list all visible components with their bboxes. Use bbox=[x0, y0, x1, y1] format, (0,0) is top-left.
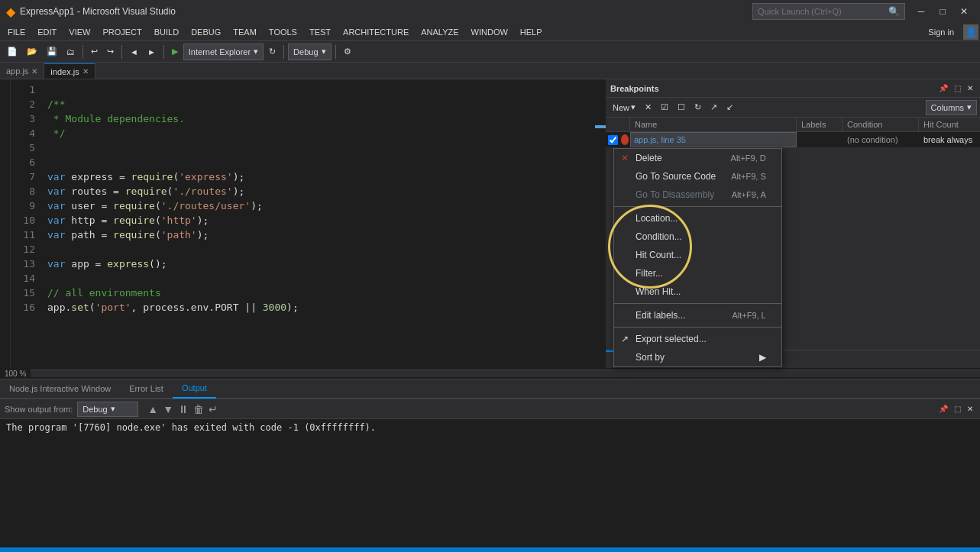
nav-forward-btn[interactable]: ► bbox=[144, 44, 160, 60]
code-content[interactable]: /** * Module dependencies. */ var expres… bbox=[41, 79, 595, 368]
bp-refresh-btn[interactable]: ↻ bbox=[691, 100, 705, 115]
open-btn[interactable]: 📂 bbox=[23, 44, 41, 60]
bp-row-checkbox[interactable] bbox=[606, 135, 619, 145]
menu-tools[interactable]: TOOLS bbox=[263, 23, 303, 41]
bp-col-name-header: Name bbox=[630, 118, 797, 131]
menu-analyze[interactable]: ANALYZE bbox=[415, 23, 464, 41]
cm-delete[interactable]: ✕ Delete Alt+F9, D bbox=[614, 149, 781, 167]
start-debug-btn[interactable]: ▶ bbox=[168, 44, 182, 60]
output-source-dropdown[interactable]: Debug ▾ bbox=[77, 402, 138, 417]
output-float-btn[interactable]: ⬚ bbox=[952, 404, 963, 414]
cm-editlabels[interactable]: Edit labels... Alt+F9, L bbox=[614, 306, 781, 324]
bottom-tab-output[interactable]: Output bbox=[173, 379, 216, 399]
bottom-tab-bar: Node.js Interactive Window Error List Ou… bbox=[0, 379, 980, 399]
output-text: The program '[7760] node.exe' has exited… bbox=[6, 422, 376, 433]
redo-btn[interactable]: ↪ bbox=[103, 44, 118, 60]
bp-col-condition-header: Condition bbox=[843, 118, 919, 131]
vs-icon: ◆ bbox=[6, 5, 15, 19]
output-down-btn[interactable]: ▼ bbox=[161, 403, 175, 415]
output-toolbar-icons: ▲ ▼ ⏸ 🗑 ↵ bbox=[146, 403, 219, 415]
bp-row-name[interactable]: app.js, line 35 bbox=[630, 132, 797, 147]
output-wrap-btn[interactable]: ↵ bbox=[207, 403, 219, 415]
menu-file[interactable]: FILE bbox=[2, 23, 31, 41]
output-source-arrow: ▾ bbox=[111, 404, 115, 414]
menu-test[interactable]: TEST bbox=[303, 23, 337, 41]
bp-columns-dropdown[interactable]: Columns ▾ bbox=[926, 100, 977, 115]
close-button[interactable]: ✕ bbox=[954, 2, 974, 21]
code-editor[interactable]: 1 2 3 4 5 6 7 8 9 10 11 12 13 14 15 16 /… bbox=[0, 79, 606, 368]
config-dropdown[interactable]: Debug ▾ bbox=[288, 44, 331, 60]
browser-dropdown[interactable]: Internet Explorer ▾ bbox=[183, 44, 264, 60]
menu-window[interactable]: WINDOW bbox=[465, 23, 514, 41]
menu-help[interactable]: HELP bbox=[514, 23, 548, 41]
bp-row-hitcount: break always bbox=[919, 133, 980, 147]
bp-table-header: Name Labels Condition Hit Count bbox=[606, 118, 980, 132]
menu-architecture[interactable]: ARCHITECTURE bbox=[337, 23, 415, 41]
output-clear-btn[interactable]: 🗑 bbox=[192, 403, 205, 415]
cm-sortby[interactable]: Sort by ▶ bbox=[614, 348, 781, 366]
bp-disable-all-btn[interactable]: ☐ bbox=[674, 100, 689, 115]
cm-goto-source-shortcut: Alt+F9, S bbox=[716, 172, 766, 181]
bp-export-btn[interactable]: ↗ bbox=[707, 100, 721, 115]
new-project-btn[interactable]: 📄 bbox=[3, 44, 21, 60]
bp-close-btn[interactable]: ✕ bbox=[965, 83, 975, 93]
quick-launch-input[interactable] bbox=[758, 7, 888, 16]
editor-scrollbar[interactable] bbox=[595, 79, 606, 368]
bp-import-btn[interactable]: ↙ bbox=[723, 100, 737, 115]
menu-debug[interactable]: DEBUG bbox=[185, 23, 227, 41]
breakpoints-title-bar: Breakpoints 📌 ⬚ ✕ bbox=[606, 79, 980, 98]
cm-condition[interactable]: Condition... bbox=[614, 228, 781, 246]
cm-sortby-label: Sort by bbox=[636, 352, 665, 363]
output-close-btn[interactable]: ✕ bbox=[965, 404, 975, 414]
cm-whenhit[interactable]: When Hit... bbox=[614, 282, 781, 301]
cm-goto-disasm: Go To Disassembly Alt+F9, A bbox=[614, 186, 781, 204]
refresh-btn[interactable]: ↻ bbox=[265, 44, 280, 60]
tab-appjs[interactable]: app.js ✕ bbox=[0, 63, 44, 79]
save-all-btn[interactable]: 🗂 bbox=[63, 44, 79, 60]
tab-indexjs[interactable]: index.js ✕ bbox=[44, 63, 95, 79]
bp-pin-btn[interactable]: 📌 bbox=[936, 83, 950, 93]
cm-location[interactable]: Location... bbox=[614, 209, 781, 228]
menu-build[interactable]: BUILD bbox=[148, 23, 185, 41]
restore-button[interactable]: □ bbox=[933, 2, 953, 21]
bottom-tab-nodejs[interactable]: Node.js Interactive Window bbox=[0, 379, 120, 399]
bp-float-btn[interactable]: ⬚ bbox=[952, 83, 963, 93]
editor-tab-bar: app.js ✕ index.js ✕ bbox=[0, 63, 980, 79]
bp-new-button[interactable]: New ▾ bbox=[609, 100, 639, 115]
undo-btn[interactable]: ↩ bbox=[87, 44, 102, 60]
status-bar bbox=[0, 547, 980, 552]
output-show-label: Show output from: bbox=[5, 405, 73, 414]
output-pause-btn[interactable]: ⏸ bbox=[176, 403, 190, 415]
tab-appjs-close[interactable]: ✕ bbox=[31, 67, 37, 76]
code-line-15: // all environments bbox=[47, 286, 589, 300]
save-btn[interactable]: 💾 bbox=[43, 44, 61, 60]
bp-enable-all-btn[interactable]: ☑ bbox=[657, 100, 672, 115]
output-up-btn[interactable]: ▲ bbox=[146, 403, 160, 415]
toolbar-sep-1 bbox=[82, 45, 83, 59]
menu-view[interactable]: VIEW bbox=[63, 23, 96, 41]
toolbar-more[interactable]: ⚙ bbox=[340, 44, 355, 60]
bp-delete-btn[interactable]: ✕ bbox=[641, 100, 655, 115]
tab-indexjs-close[interactable]: ✕ bbox=[82, 67, 89, 76]
cm-hitcount[interactable]: Hit Count... bbox=[614, 246, 781, 264]
output-pin-btn[interactable]: 📌 bbox=[936, 404, 950, 414]
location-icon bbox=[619, 212, 631, 224]
cm-goto-disasm-label: Go To Disassembly bbox=[636, 189, 714, 200]
nav-back-btn[interactable]: ◄ bbox=[126, 44, 142, 60]
bp-checkbox[interactable] bbox=[608, 135, 618, 145]
editor-scrolltrack[interactable] bbox=[31, 370, 980, 377]
bp-col-labels-header: Labels bbox=[797, 118, 843, 131]
cm-hitcount-label: Hit Count... bbox=[636, 250, 681, 260]
menu-project[interactable]: PROJECT bbox=[96, 23, 147, 41]
cm-goto-source[interactable]: Go To Source Code Alt+F9, S bbox=[614, 167, 781, 186]
menu-team[interactable]: TEAM bbox=[227, 23, 263, 41]
cm-export[interactable]: ↗ Export selected... bbox=[614, 330, 781, 348]
window-controls: ─ □ ✕ bbox=[911, 2, 974, 21]
sign-in-link[interactable]: Sign in bbox=[922, 26, 960, 38]
minimize-button[interactable]: ─ bbox=[911, 2, 931, 21]
bp-new-arrow: ▾ bbox=[631, 102, 636, 112]
bottom-tab-errorlist[interactable]: Error List bbox=[120, 379, 173, 399]
cm-filter[interactable]: Filter... bbox=[614, 264, 781, 282]
quick-launch[interactable]: 🔍 bbox=[752, 3, 905, 20]
menu-edit[interactable]: EDIT bbox=[31, 23, 63, 41]
